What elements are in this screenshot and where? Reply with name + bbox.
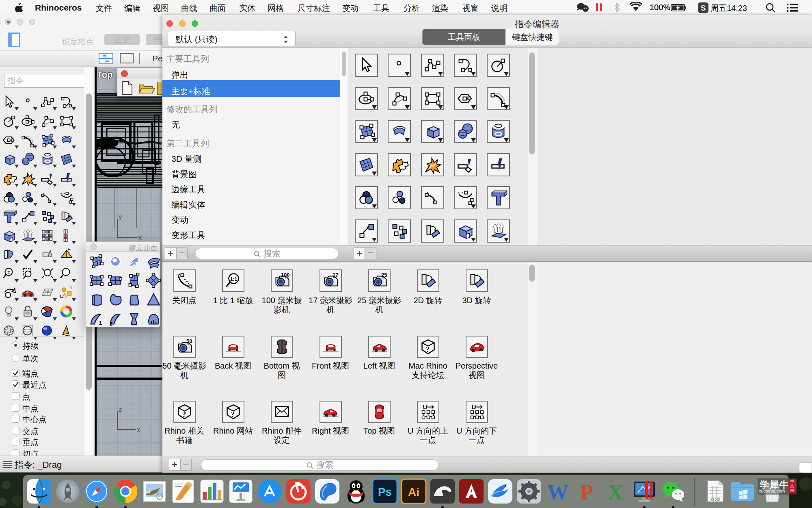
svg-text:x: x — [138, 234, 142, 241]
svg-text:±: ± — [7, 269, 10, 274]
svg-text:S: S — [701, 4, 706, 12]
svg-text:2: 2 — [110, 321, 112, 326]
svg-text:x: x — [137, 426, 140, 434]
svg-text:W: W — [547, 481, 568, 504]
svg-text:U: U — [423, 404, 428, 410]
svg-text:P: P — [580, 481, 593, 504]
svg-text:?: ? — [182, 410, 186, 419]
svg-text:z: z — [119, 406, 122, 413]
svg-text:50: 50 — [186, 338, 192, 344]
svg-text:y: y — [119, 213, 122, 221]
svg-text:XLSX: XLSX — [710, 497, 721, 502]
svg-text:?: ? — [231, 410, 235, 419]
svg-text:1: 1 — [99, 320, 102, 326]
svg-text:X: X — [608, 481, 623, 504]
svg-text:1:1: 1:1 — [230, 276, 238, 282]
svg-text:25: 25 — [381, 272, 387, 278]
svg-text:17: 17 — [333, 272, 338, 278]
svg-text:100: 100 — [281, 272, 290, 278]
svg-text:U: U — [472, 404, 476, 410]
svg-text:?: ? — [426, 345, 430, 354]
svg-text:Ps: Ps — [378, 486, 392, 498]
svg-text:Ai: Ai — [408, 486, 419, 498]
